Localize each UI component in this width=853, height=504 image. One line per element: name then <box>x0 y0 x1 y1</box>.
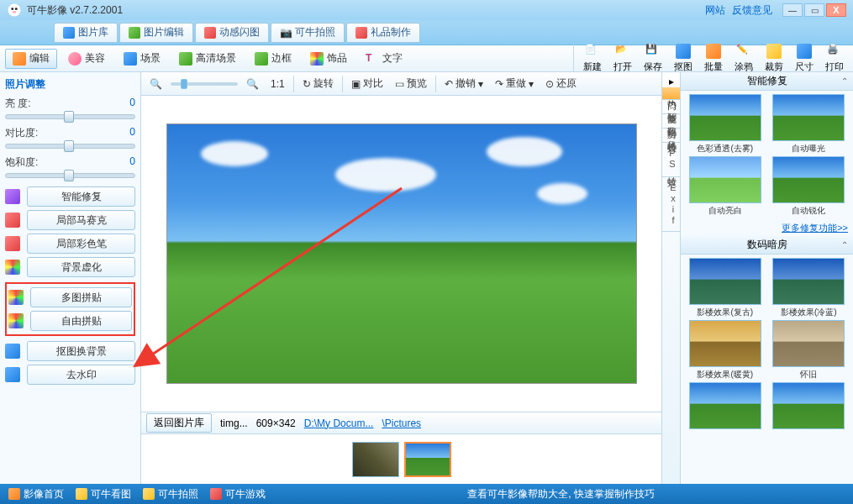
cutbg-icon <box>5 344 20 359</box>
highlight-annotation: 多图拼贴 自由拼贴 <box>5 282 135 336</box>
action-size[interactable]: 尺寸 <box>791 44 818 73</box>
maximize-button[interactable]: ▭ <box>804 3 824 17</box>
redo-button[interactable]: ↷ 重做 ▾ <box>492 75 537 92</box>
tab-gift[interactable]: 礼品制作 <box>346 23 420 43</box>
tooltab-scene[interactable]: 场景 <box>116 49 168 69</box>
feedback-link[interactable]: 反馈意见 <box>732 3 772 18</box>
action-save[interactable]: 💾保存 <box>640 44 666 73</box>
tool-color-pen[interactable]: 局部彩色笔 <box>27 234 135 254</box>
effect-dehaze[interactable]: 色彩通透(去雾) <box>684 94 766 155</box>
path-link-1[interactable]: D:\My Docum... <box>304 417 374 429</box>
zoom-in-icon[interactable]: 🔍 <box>243 76 262 92</box>
minimize-button[interactable]: — <box>782 3 803 17</box>
statusbar: 影像首页 可牛看图 可牛拍照 可牛游戏 查看可牛影像帮助大全, 快速掌握制作技巧 <box>0 484 853 504</box>
website-link[interactable]: 网站 <box>705 3 725 18</box>
tab-edit[interactable]: 图片编辑 <box>119 23 193 43</box>
action-open[interactable]: 📂打开 <box>609 44 636 73</box>
section-smart-repair[interactable]: 智能修复⌃ <box>681 72 853 91</box>
status-camera[interactable]: 可牛拍照 <box>143 487 198 501</box>
effect-extra1[interactable] <box>684 382 766 429</box>
arrow-annotation <box>133 171 419 373</box>
thumbnail-1[interactable] <box>352 442 399 477</box>
close-button[interactable]: X <box>826 3 846 17</box>
section-darkroom[interactable]: 数码暗房⌃ <box>681 236 853 255</box>
app-title: 可牛影像 v2.7.2.2001 <box>27 3 123 18</box>
tooltab-frame[interactable]: 边框 <box>247 49 299 69</box>
main-tabs: 图片库 图片编辑 动感闪图 📷可牛拍照 礼品制作 <box>0 20 853 45</box>
effect-autosharpen[interactable]: 自动锐化 <box>768 156 850 217</box>
compare-button[interactable]: ▣ 对比 <box>348 75 387 92</box>
tooltab-edit[interactable]: 编辑 <box>5 49 57 69</box>
path-link-2[interactable]: \Pictures <box>382 417 421 429</box>
status-game[interactable]: 可牛游戏 <box>210 487 266 501</box>
preview-button[interactable]: ▭ 预览 <box>392 75 430 92</box>
more-repair-link[interactable]: 更多修复功能>> <box>782 223 848 233</box>
brightness-slider[interactable] <box>5 114 135 119</box>
camera-icon: 📷 <box>280 27 292 39</box>
tool-multi-collage[interactable]: 多图拼贴 <box>30 287 132 307</box>
restore-button[interactable]: ⊙ 还原 <box>542 75 580 92</box>
status-help-text[interactable]: 查看可牛影像帮助大全, 快速掌握制作技巧 <box>467 487 655 501</box>
tooltab-sticker[interactable]: 饰品 <box>303 49 355 69</box>
zoom-slider[interactable] <box>171 82 238 86</box>
effect-autoexposure[interactable]: 自动曝光 <box>768 94 850 155</box>
tab-gif[interactable]: 动感闪图 <box>195 23 269 43</box>
game-icon <box>210 488 222 500</box>
action-doodle[interactable]: ✏️涂鸦 <box>730 44 757 73</box>
tool-free-collage[interactable]: 自由拼贴 <box>30 311 132 331</box>
action-cutout[interactable]: 抠图 <box>670 44 697 73</box>
tooltab-beauty[interactable]: 美容 <box>61 49 113 69</box>
app-logo-icon <box>7 3 22 18</box>
tab-camera[interactable]: 📷可牛拍照 <box>271 23 345 43</box>
action-crop[interactable]: 裁剪 <box>761 44 787 73</box>
vtab-darkroom[interactable]: 数码暗房 <box>662 114 680 129</box>
effect-coldblue[interactable]: 影楼效果(冷蓝) <box>768 258 850 318</box>
colorpen-icon <box>5 236 20 251</box>
zoom-out-icon[interactable]: 🔍 <box>146 76 166 92</box>
size-icon <box>797 44 812 59</box>
tooltab-text[interactable]: T文字 <box>358 49 410 69</box>
svg-point-2 <box>15 8 18 10</box>
mosaic-icon <box>5 213 20 228</box>
status-view[interactable]: 可牛看图 <box>76 487 131 501</box>
action-new[interactable]: 📄新建 <box>579 44 606 73</box>
canvas-main <box>141 96 661 412</box>
effect-autowhite[interactable]: 自动亮白 <box>684 156 766 217</box>
chevron-icon: ⌃ <box>841 240 848 249</box>
left-panel: 照片调整 亮 度:0 对比度:0 饱和度:0 智能修复 局部马赛克 局部彩色笔 … <box>0 72 141 484</box>
freecollage-icon <box>8 313 24 328</box>
zoom-ratio[interactable]: 1:1 <box>267 76 288 92</box>
vtab-ps[interactable]: PS特效 <box>662 143 680 177</box>
effect-nostalgic[interactable]: 怀旧 <box>768 320 850 381</box>
effect-retro[interactable]: 影楼效果(复古) <box>684 258 766 318</box>
tool-change-bg[interactable]: 抠图换背景 <box>27 341 135 361</box>
vertical-tabs: ▸ 热门 智能修复 数码暗房 风格特效 PS特效 Exif <box>662 72 681 484</box>
tool-bg-blur[interactable]: 背景虚化 <box>27 257 135 277</box>
action-batch[interactable]: 批量 <box>700 44 727 73</box>
vtab-exif[interactable]: Exif <box>662 177 680 232</box>
collapse-icon[interactable]: ▸ <box>662 76 680 87</box>
svg-line-5 <box>150 188 402 356</box>
camera-icon <box>143 488 155 500</box>
effect-extra2[interactable] <box>768 382 850 429</box>
thumbnail-2[interactable] <box>404 442 451 477</box>
tab-library[interactable]: 图片库 <box>54 23 118 43</box>
vtab-style[interactable]: 风格特效 <box>662 129 680 143</box>
vtab-hot[interactable]: 热门 <box>662 87 680 100</box>
tooltab-hdscene[interactable]: 高清场景 <box>171 49 244 69</box>
action-print[interactable]: 🖨️打印 <box>821 44 848 73</box>
status-home[interactable]: 影像首页 <box>8 487 64 501</box>
rotate-button[interactable]: ↻ 旋转 <box>299 75 337 92</box>
tool-remove-watermark[interactable]: 去水印 <box>27 365 135 385</box>
undo-button[interactable]: ↶ 撤销 ▾ <box>441 75 487 92</box>
canvas-area: 🔍 🔍 1:1 ↻ 旋转 ▣ 对比 ▭ 预览 ↶ 撤销 ▾ ↷ 重做 ▾ ⊙ 还… <box>141 72 661 484</box>
return-library-button[interactable]: 返回图片库 <box>146 413 212 433</box>
vtab-repair[interactable]: 智能修复 <box>662 100 680 114</box>
saturation-slider[interactable] <box>5 173 135 178</box>
effect-warmyellow[interactable]: 影楼效果(暖黄) <box>684 320 766 381</box>
tool-smart-repair[interactable]: 智能修复 <box>27 186 135 207</box>
new-icon: 📄 <box>585 44 600 59</box>
tool-mosaic[interactable]: 局部马赛克 <box>27 210 135 230</box>
batch-icon <box>706 44 721 59</box>
contrast-slider[interactable] <box>5 144 135 149</box>
